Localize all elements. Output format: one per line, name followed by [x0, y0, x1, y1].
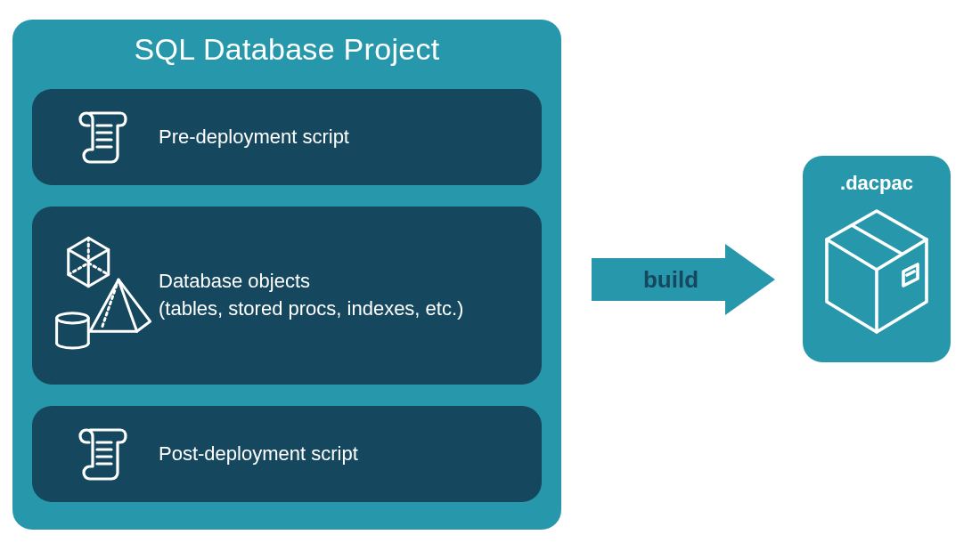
- build-arrow-label: build: [613, 244, 729, 315]
- shapes-icon: [52, 229, 159, 362]
- svg-line-8: [118, 280, 137, 331]
- build-arrow: build: [592, 244, 775, 315]
- diagram-stage: SQL Database Project Pre-deployment scri…: [0, 0, 980, 551]
- package-box-icon: [803, 200, 951, 343]
- dacpac-output: .dacpac: [803, 156, 951, 362]
- scroll-icon: [52, 423, 159, 485]
- card-pre-deployment: Pre-deployment script: [32, 89, 542, 185]
- card-pre-label: Pre-deployment script: [159, 124, 349, 151]
- card-post-deployment: Post-deployment script: [32, 406, 542, 502]
- scroll-icon: [52, 106, 159, 168]
- card-database-objects: Database objects (tables, stored procs, …: [32, 207, 542, 385]
- dacpac-title: .dacpac: [803, 172, 951, 195]
- svg-line-20: [852, 225, 902, 254]
- card-post-label: Post-deployment script: [159, 441, 358, 468]
- project-title: SQL Database Project: [12, 20, 561, 67]
- card-mid-label: Database objects (tables, stored procs, …: [159, 268, 463, 323]
- svg-line-22: [907, 271, 914, 275]
- sql-project-container: SQL Database Project Pre-deployment scri…: [12, 20, 561, 530]
- svg-point-10: [57, 313, 89, 323]
